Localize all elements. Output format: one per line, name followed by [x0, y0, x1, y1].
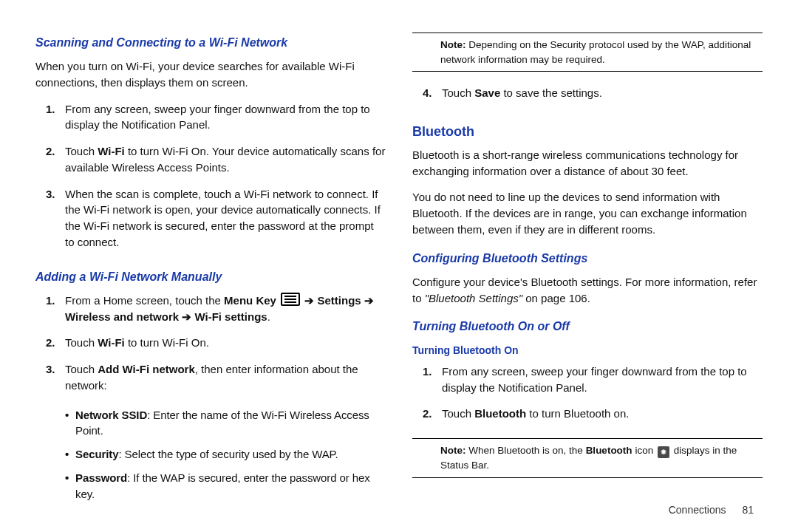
footer-section: Connections — [669, 504, 726, 516]
manual-page: Scanning and Connecting to a Wi-Fi Netwo… — [0, 0, 798, 532]
step-text: Touch Wi-Fi to turn Wi-Fi On. — [65, 336, 209, 349]
list-item: Network SSID: Enter the name of the Wi-F… — [35, 407, 386, 440]
note-wap-security: Note: Depending on the Security protocol… — [412, 33, 763, 72]
list-item: From any screen, sweep your finger downw… — [35, 101, 386, 134]
step-text: Touch Add Wi-Fi network, then enter info… — [65, 363, 358, 392]
list-item: From any screen, sweep your finger downw… — [412, 364, 763, 396]
bluetooth-icon: ⁕ — [658, 446, 669, 458]
step-text: From a Home screen, touch the Menu Key ➔… — [65, 294, 374, 323]
configuring-bt-text: Configure your device's Bluetooth settin… — [412, 274, 763, 307]
heading-configuring-bt: Configuring Bluetooth Settings — [412, 250, 763, 267]
bluetooth-intro-1: Bluetooth is a short-range wireless comm… — [412, 147, 763, 180]
turn-bt-steps: From any screen, sweep your finger downw… — [412, 364, 763, 432]
heading-turning-bt: Turning Bluetooth On or Off — [412, 318, 763, 335]
step-text: Touch Bluetooth to turn Bluetooth on. — [442, 407, 629, 420]
left-column: Scanning and Connecting to a Wi-Fi Netwo… — [35, 30, 386, 517]
page-footer: Connections 81 — [669, 504, 754, 516]
scanning-steps: From any screen, sweep your finger downw… — [35, 101, 386, 261]
step-text: From any screen, sweep your finger downw… — [65, 103, 370, 132]
list-item: Touch Wi-Fi to turn Wi-Fi On. Your devic… — [35, 143, 386, 176]
heading-add-manually: Adding a Wi-Fi Network Manually — [35, 268, 386, 285]
scanning-intro: When you turn on Wi-Fi, your device sear… — [35, 58, 386, 91]
bluetooth-intro-2: You do not need to line up the devices t… — [412, 189, 763, 237]
heading-bluetooth: Bluetooth — [412, 122, 763, 141]
step-text: From any screen, sweep your finger downw… — [442, 365, 747, 394]
list-item: Security: Select the type of security us… — [35, 446, 386, 463]
heading-scanning: Scanning and Connecting to a Wi-Fi Netwo… — [35, 34, 386, 51]
footer-page-number: 81 — [742, 504, 754, 516]
list-item: Touch Save to save the settings. — [412, 85, 763, 101]
list-item: Password: If the WAP is secured, enter t… — [35, 470, 386, 502]
heading-turning-bt-on: Turning Bluetooth On — [412, 343, 763, 358]
step-text: When the scan is complete, touch a Wi-Fi… — [65, 188, 381, 248]
right-column: Note: Depending on the Security protocol… — [412, 30, 763, 517]
menu-key-icon — [281, 293, 300, 306]
list-item: Touch Wi-Fi to turn Wi-Fi On. — [35, 335, 386, 351]
list-item: Touch Bluetooth to turn Bluetooth on. — [412, 406, 763, 422]
note-bt-icon: Note: When Bluetooth is on, the Bluetoot… — [412, 438, 763, 478]
list-item: When the scan is complete, touch a Wi-Fi… — [35, 186, 386, 250]
list-item: From a Home screen, touch the Menu Key ➔… — [35, 293, 386, 325]
step-text: Touch Save to save the settings. — [442, 86, 602, 99]
network-field-bullets: Network SSID: Enter the name of the Wi-F… — [35, 407, 386, 510]
add-steps: From a Home screen, touch the Menu Key ➔… — [35, 293, 386, 404]
save-step-list: Touch Save to save the settings. — [412, 85, 763, 112]
list-item: Touch Add Wi-Fi network, then enter info… — [35, 361, 386, 394]
step-text: Touch Wi-Fi to turn Wi-Fi On. Your devic… — [65, 145, 385, 174]
